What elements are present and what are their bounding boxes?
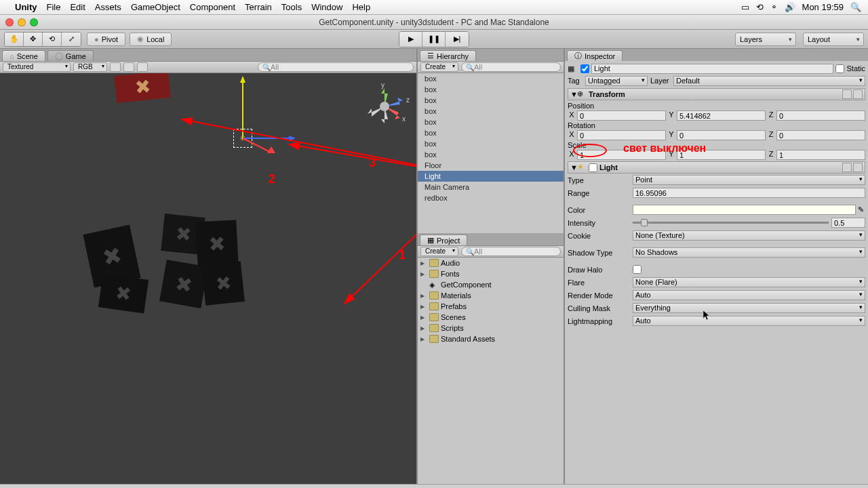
spotlight-icon[interactable]: 🔍	[850, 2, 861, 12]
layout-dropdown[interactable]: Layout	[803, 33, 864, 46]
menu-window[interactable]: Window	[311, 2, 342, 12]
app-name[interactable]: Unity	[15, 2, 37, 12]
hierarchy-create-button[interactable]: Create	[420, 62, 458, 72]
light-component-header[interactable]: ▼☀ Light	[568, 161, 865, 174]
help-icon[interactable]	[842, 163, 852, 172]
hierarchy-item[interactable]: Floor	[418, 160, 564, 171]
light-enabled-checkbox[interactable]	[589, 163, 597, 172]
menu-edit[interactable]: Edit	[70, 2, 85, 12]
hierarchy-item[interactable]: box	[418, 95, 564, 106]
project-item[interactable]: ▶Scenes	[418, 312, 564, 323]
project-item[interactable]: ▶Prefabs	[418, 301, 564, 312]
light-color-field[interactable]	[633, 205, 856, 215]
gear-icon[interactable]	[853, 89, 863, 99]
menu-component[interactable]: Component	[190, 2, 235, 12]
scenelight-icon[interactable]	[110, 62, 121, 72]
timemachine-icon[interactable]: ⟲	[756, 2, 764, 12]
rotate-tool-button[interactable]: ⟲	[43, 33, 62, 46]
hierarchy-item[interactable]: box	[418, 84, 564, 95]
rot-z-field[interactable]	[776, 130, 865, 140]
hierarchy-item[interactable]: box	[418, 138, 564, 149]
shading-dropdown[interactable]: Textured	[3, 62, 71, 72]
light-lightmap-dropdown[interactable]: Auto	[633, 316, 865, 326]
hierarchy-search[interactable]: 🔍All	[461, 62, 561, 72]
light-cookie-field[interactable]: None (Texture)	[633, 230, 865, 241]
project-item[interactable]: ▶Fonts	[418, 268, 564, 279]
pos-x-field[interactable]	[577, 110, 666, 121]
eyedropper-icon[interactable]: ✎	[856, 205, 865, 214]
tag-dropdown[interactable]: Untagged	[585, 76, 648, 86]
hierarchy-item[interactable]: box	[418, 106, 564, 117]
scl-x-field[interactable]	[577, 150, 666, 160]
menu-file[interactable]: File	[47, 2, 61, 12]
project-item[interactable]: ▶Audio	[418, 258, 564, 268]
rendermode-dropdown[interactable]: RGB	[73, 62, 107, 72]
play-button[interactable]: ▶	[399, 32, 422, 47]
project-item[interactable]: ◈GetComponent	[418, 279, 564, 290]
project-item[interactable]: ▶Scripts	[418, 323, 564, 333]
tab-scene[interactable]: ⌂Scene	[2, 50, 45, 61]
sceneaudio-icon[interactable]	[137, 62, 148, 72]
gameobject-active-checkbox[interactable]	[580, 64, 589, 73]
menu-terrain[interactable]: Terrain	[245, 2, 272, 12]
screen-icon[interactable]: ▭	[741, 2, 749, 12]
hierarchy-list[interactable]: boxboxboxboxboxboxboxboxFloorLightMain C…	[418, 73, 564, 233]
hierarchy-item[interactable]: box	[418, 117, 564, 127]
menu-assets[interactable]: Assets	[95, 2, 121, 12]
light-intensity-slider[interactable]	[633, 218, 865, 228]
hierarchy-item[interactable]: Main Camera	[418, 182, 564, 192]
static-checkbox[interactable]	[835, 64, 844, 73]
pause-button[interactable]: ❚❚	[422, 32, 446, 47]
scene-search[interactable]: 🔍All	[258, 62, 414, 72]
layers-dropdown[interactable]: Layers	[735, 33, 796, 46]
hierarchy-item[interactable]: box	[418, 149, 564, 160]
scale-tool-button[interactable]: ⤢	[62, 33, 81, 46]
pivot-toggle[interactable]: ●Pivot	[87, 33, 125, 46]
step-button[interactable]: ▶|	[446, 32, 469, 47]
gameobject-name-field[interactable]	[591, 64, 833, 74]
project-create-button[interactable]: Create	[420, 247, 458, 256]
transform-header[interactable]: ▼⊕ Transform	[568, 88, 865, 100]
scene-viewport[interactable]: ✖ ☀ y z x	[0, 73, 416, 484]
light-flare-field[interactable]: None (Flare)	[633, 277, 865, 287]
light-halo-checkbox[interactable]	[633, 265, 642, 274]
hierarchy-item[interactable]: Light	[418, 171, 564, 182]
rot-y-field[interactable]	[677, 130, 766, 140]
minimize-icon[interactable]	[18, 18, 26, 26]
clock[interactable]: Mon 19:59	[802, 2, 844, 12]
tab-project[interactable]: ▦Project	[420, 235, 467, 245]
project-search[interactable]: 🔍All	[461, 247, 561, 256]
hand-tool-button[interactable]: ✋	[5, 33, 24, 46]
menu-tools[interactable]: Tools	[281, 2, 302, 12]
light-type-dropdown[interactable]: Point	[633, 175, 865, 185]
volume-icon[interactable]: 🔊	[785, 2, 795, 12]
tab-game[interactable]: ◯Game	[47, 50, 94, 61]
bluetooth-icon[interactable]: ⚬	[770, 2, 778, 12]
local-toggle[interactable]: ◉Local	[130, 33, 172, 46]
tab-hierarchy[interactable]: ☰Hierarchy	[420, 50, 476, 61]
pos-y-field[interactable]	[677, 110, 766, 121]
hierarchy-item[interactable]: redbox	[418, 192, 564, 203]
pos-z-field[interactable]	[776, 110, 865, 121]
gear-icon[interactable]	[853, 163, 863, 172]
move-tool-button[interactable]: ✥	[24, 33, 43, 46]
menu-help[interactable]: Help	[352, 2, 370, 12]
light-render-dropdown[interactable]: Auto	[633, 290, 865, 300]
close-icon[interactable]	[5, 18, 14, 26]
rot-x-field[interactable]	[577, 130, 666, 140]
sceneimg-icon[interactable]	[123, 62, 134, 72]
light-range-field[interactable]	[633, 188, 865, 198]
zoom-icon[interactable]	[30, 18, 38, 26]
project-item[interactable]: ▶Standard Assets	[418, 333, 564, 344]
orientation-gizmo[interactable]: y z x	[361, 83, 408, 130]
light-cull-dropdown[interactable]: Everything	[633, 303, 865, 313]
layer-dropdown[interactable]: Default	[673, 76, 865, 86]
scl-z-field[interactable]	[776, 150, 865, 160]
scl-y-field[interactable]	[677, 150, 766, 160]
light-shadow-dropdown[interactable]: No Shadows	[633, 247, 865, 258]
project-item[interactable]: ▶Materials	[418, 290, 564, 301]
hierarchy-item[interactable]: box	[418, 73, 564, 84]
hierarchy-item[interactable]: box	[418, 127, 564, 138]
menu-gameobject[interactable]: GameObject	[131, 2, 180, 12]
tab-inspector[interactable]: ⓘInspector	[567, 50, 623, 61]
